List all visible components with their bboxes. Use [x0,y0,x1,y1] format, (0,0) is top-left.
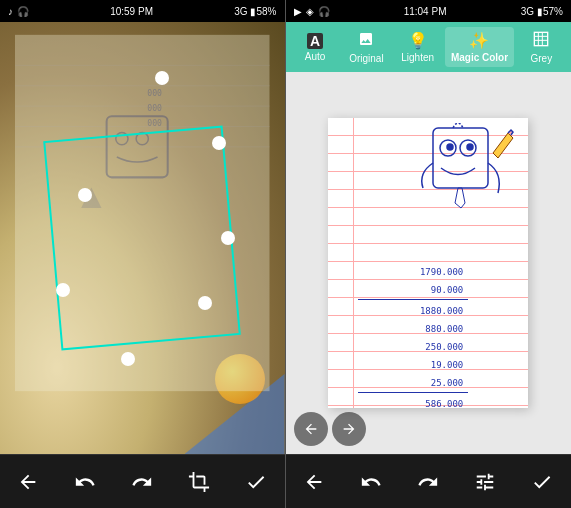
handle-bottom-right[interactable] [198,296,212,310]
filter-bar: A Auto Original 💡 Lighten ✨ Magic Color [286,22,572,72]
right-screen: ▶ ◈ 🎧 11:04 PM 3G ▮57% A Auto [286,0,572,508]
filter-original[interactable]: Original [342,27,390,68]
number-row-6: 19.000 [358,356,468,374]
right-confirm-button[interactable] [522,462,562,502]
number-row-7: 25.000 [358,374,468,392]
signal-icon: 3G [234,6,247,17]
left-screen: ♪ 🎧 10:59 PM 3G ▮58% [0,0,285,508]
handle-right-mid[interactable] [221,231,235,245]
svg-text:000: 000 [147,88,162,98]
handle-right-top[interactable] [212,136,226,150]
margin-line [353,118,354,408]
original-icon [358,31,374,51]
number-divider-2 [358,392,468,393]
handle-left-bottom[interactable] [56,283,70,297]
magic-color-label: Magic Color [451,52,508,63]
number-row-2: 90.000 [358,281,468,299]
right-time: 11:04 PM [404,6,447,17]
lighten-icon: 💡 [408,31,428,50]
number-divider-1 [358,299,468,300]
grey-label: Grey [531,53,553,64]
sketch-drawing [403,123,523,253]
preview-overlay-buttons [294,412,366,446]
svg-text:000: 000 [147,118,162,128]
filter-magic-color[interactable]: ✨ Magic Color [445,27,514,67]
right-status-left: ▶ ◈ 🎧 [294,6,330,17]
crop-button[interactable] [179,462,219,502]
headphones-icon: 🎧 [17,6,29,17]
number-row-8: 586.000 [358,395,468,408]
right-back-button[interactable] [294,462,334,502]
right-battery-icon: ▮57% [537,6,563,17]
left-image-area: 000 000 000 [0,22,285,454]
grey-icon [533,31,549,51]
left-signal-info: 3G ▮58% [234,6,276,17]
svg-point-21 [467,144,473,150]
undo-button[interactable] [65,462,105,502]
dropbox-icon: ◈ [306,6,314,17]
overlay-back-btn[interactable] [294,412,328,446]
svg-rect-17 [433,128,488,188]
right-undo-button[interactable] [351,462,391,502]
filter-grey[interactable]: Grey [517,27,565,68]
right-redo-button[interactable] [408,462,448,502]
filter-auto[interactable]: A Auto [291,29,339,66]
lighten-label: Lighten [401,52,434,63]
number-row-4: 880.000 [358,320,468,338]
right-bottom-toolbar [286,454,572,508]
auto-label: Auto [305,51,326,62]
number-row-1: 1790.000 [358,263,468,281]
overlay-forward-btn[interactable] [332,412,366,446]
battery-icon: ▮58% [250,6,276,17]
left-bottom-toolbar [0,454,285,508]
svg-point-20 [447,144,453,150]
handle-bottom[interactable] [121,352,135,366]
music-icon: ♪ [8,6,13,17]
right-settings-button[interactable] [465,462,505,502]
auto-icon: A [307,33,323,49]
handle-top[interactable] [155,71,169,85]
magic-color-icon: ✨ [469,31,489,50]
document-selection-box [43,126,241,351]
filter-lighten[interactable]: 💡 Lighten [394,27,442,67]
play-icon: ▶ [294,6,302,17]
confirm-button[interactable] [236,462,276,502]
document-preview: 1790.000 90.000 1880.000 880.000 250.000… [286,72,572,454]
numbers-area: 1790.000 90.000 1880.000 880.000 250.000… [358,263,468,408]
number-row-5: 250.000 [358,338,468,356]
redo-button[interactable] [122,462,162,502]
right-status-bar: ▶ ◈ 🎧 11:04 PM 3G ▮57% [286,0,572,22]
left-status-bar: ♪ 🎧 10:59 PM 3G ▮58% [0,0,285,22]
left-time: 10:59 PM [110,6,153,17]
document-paper: 1790.000 90.000 1880.000 880.000 250.000… [328,118,528,408]
right-signal-info: 3G ▮57% [521,6,563,17]
right-signal-icon: 3G [521,6,534,17]
headphones-icon-right: 🎧 [318,6,330,17]
original-label: Original [349,53,383,64]
back-button[interactable] [8,462,48,502]
svg-text:000: 000 [147,103,162,113]
left-status-icons: ♪ 🎧 [8,6,29,17]
number-row-3: 1880.000 [358,302,468,320]
handle-left[interactable] [78,188,92,202]
